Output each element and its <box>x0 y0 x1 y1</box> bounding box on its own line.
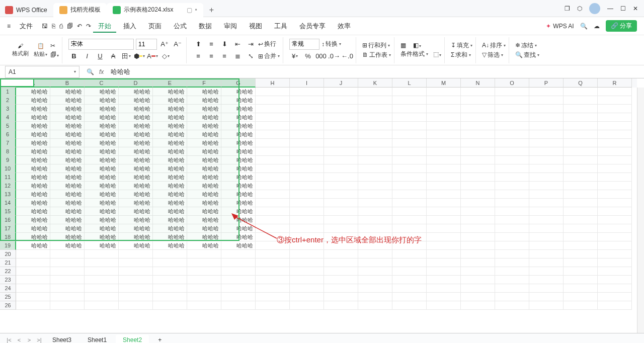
cell[interactable] <box>392 241 427 250</box>
cell[interactable]: 哈哈哈 <box>221 224 256 233</box>
cell[interactable]: 哈哈哈 <box>187 224 221 233</box>
strike-button[interactable]: A <box>108 51 119 62</box>
cell[interactable]: 哈哈哈 <box>187 147 221 156</box>
cell[interactable] <box>290 199 324 207</box>
cube-icon[interactable]: ⬡ <box>577 5 582 12</box>
minimize-button[interactable]: — <box>607 5 613 12</box>
cell[interactable] <box>324 301 358 310</box>
clear-format-button[interactable]: ◇▾ <box>160 51 171 62</box>
cell[interactable] <box>16 284 50 293</box>
merge-button[interactable]: ⊞ 合并▾ <box>258 52 280 60</box>
cell[interactable] <box>461 190 495 199</box>
orientation-icon[interactable]: ⤡ <box>245 51 256 62</box>
cell[interactable] <box>598 267 632 276</box>
column-header[interactable]: P <box>529 78 564 88</box>
cell[interactable]: 哈哈哈 <box>187 173 221 182</box>
column-header[interactable]: M <box>427 78 461 88</box>
cell[interactable]: 哈哈哈 <box>50 147 85 156</box>
cell[interactable]: 哈哈哈 <box>119 164 153 173</box>
row-header[interactable]: 21 <box>0 259 16 267</box>
cell[interactable] <box>256 250 290 259</box>
column-header[interactable]: K <box>358 78 392 88</box>
font-size-select[interactable] <box>136 39 157 50</box>
cell[interactable] <box>427 105 461 113</box>
column-header[interactable]: D <box>119 78 153 88</box>
cell[interactable]: 哈哈哈 <box>153 105 187 113</box>
cell[interactable] <box>50 267 85 276</box>
cell[interactable] <box>358 190 392 199</box>
cell[interactable] <box>290 122 324 130</box>
row-header[interactable]: 17 <box>0 224 16 233</box>
cell[interactable] <box>564 105 598 113</box>
cell[interactable] <box>256 173 290 182</box>
search-icon[interactable]: 🔍 <box>580 23 588 30</box>
cell[interactable] <box>392 199 427 207</box>
vertical-scrollbar[interactable] <box>637 88 644 333</box>
cell[interactable]: 哈哈哈 <box>85 241 119 250</box>
column-header[interactable]: H <box>256 78 290 88</box>
menu-insert[interactable]: 插入 <box>118 20 141 33</box>
cell[interactable]: 哈哈哈 <box>187 139 221 147</box>
cell[interactable] <box>427 156 461 164</box>
cell[interactable] <box>461 293 495 301</box>
border-button[interactable]: 田▾ <box>121 51 132 62</box>
cell[interactable]: 哈哈哈 <box>221 190 256 199</box>
cell[interactable]: 哈哈哈 <box>50 164 85 173</box>
cell[interactable] <box>324 207 358 216</box>
row-header[interactable]: 8 <box>0 147 16 156</box>
cell[interactable] <box>529 199 564 207</box>
cell[interactable] <box>564 241 598 250</box>
cell[interactable] <box>50 259 85 267</box>
cell[interactable]: 哈哈哈 <box>85 233 119 241</box>
cell[interactable] <box>358 130 392 139</box>
cell[interactable] <box>256 156 290 164</box>
cell[interactable] <box>85 259 119 267</box>
wrap-button[interactable]: ↩ 换行 <box>258 40 276 48</box>
cell[interactable] <box>16 293 50 301</box>
cell[interactable] <box>461 267 495 276</box>
cell[interactable] <box>290 113 324 122</box>
cell[interactable] <box>598 164 632 173</box>
cell[interactable] <box>461 130 495 139</box>
cell[interactable]: 哈哈哈 <box>221 139 256 147</box>
cell[interactable] <box>495 233 529 241</box>
cell[interactable]: 哈哈哈 <box>221 182 256 190</box>
cell[interactable] <box>119 250 153 259</box>
cell[interactable] <box>324 224 358 233</box>
cell[interactable] <box>392 96 427 105</box>
row-header[interactable]: 22 <box>0 267 16 276</box>
cell[interactable] <box>358 224 392 233</box>
tab-workbook[interactable]: 示例表格2024.xlsx ▢ • <box>107 3 203 17</box>
cell[interactable] <box>495 241 529 250</box>
cell[interactable]: 哈哈哈 <box>187 216 221 224</box>
cell[interactable] <box>461 122 495 130</box>
cell[interactable]: 哈哈哈 <box>85 130 119 139</box>
align-top-icon[interactable]: ⬆ <box>193 39 204 50</box>
cell[interactable] <box>529 267 564 276</box>
cell[interactable]: 哈哈哈 <box>85 122 119 130</box>
increase-font-icon[interactable]: A⁺ <box>159 39 170 50</box>
cell[interactable]: 哈哈哈 <box>221 122 256 130</box>
cell[interactable] <box>495 173 529 182</box>
row-header[interactable]: 25 <box>0 293 16 301</box>
cell[interactable]: 哈哈哈 <box>153 224 187 233</box>
cell[interactable] <box>495 156 529 164</box>
cell[interactable] <box>221 301 256 310</box>
cloud-icon[interactable]: ☁ <box>594 23 600 30</box>
cell[interactable]: 哈哈哈 <box>50 207 85 216</box>
cell[interactable] <box>529 164 564 173</box>
cell[interactable]: 哈哈哈 <box>221 147 256 156</box>
cell[interactable] <box>495 207 529 216</box>
column-header[interactable]: E <box>153 78 187 88</box>
cell[interactable] <box>495 139 529 147</box>
cell[interactable] <box>564 173 598 182</box>
row-header[interactable]: 24 <box>0 284 16 293</box>
cell[interactable] <box>598 259 632 267</box>
column-header[interactable]: A <box>16 78 50 88</box>
cell[interactable] <box>358 267 392 276</box>
cell[interactable] <box>392 88 427 96</box>
cell[interactable] <box>392 293 427 301</box>
cell[interactable] <box>221 293 256 301</box>
cell[interactable] <box>153 250 187 259</box>
cell[interactable] <box>392 156 427 164</box>
